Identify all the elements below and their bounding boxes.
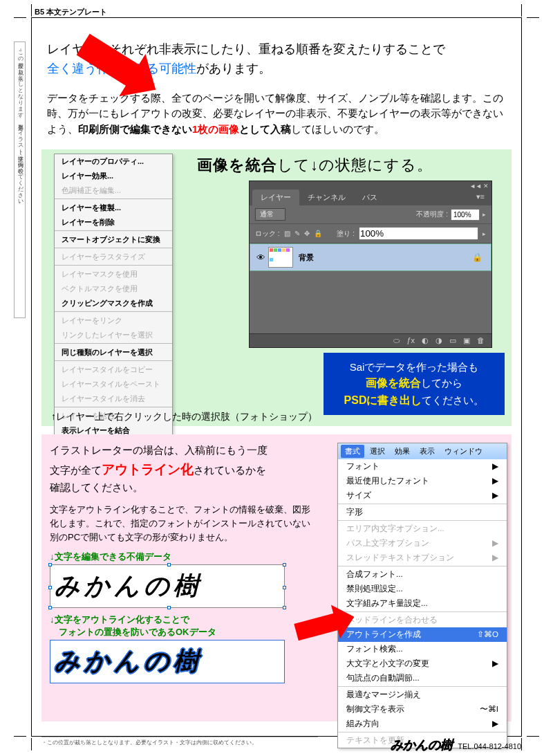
callout-line1: Saiでデータを作った場合も: [350, 361, 479, 373]
illustrator-section: イラストレーターの場合は、入稿前にもう一度 文字が全てアウトライン化されているか…: [41, 434, 512, 721]
menu-select-same-type[interactable]: 同じ種類のレイヤーを選択: [55, 345, 172, 360]
menubar-select[interactable]: 選択: [366, 445, 389, 458]
menu-mojikumi[interactable]: 文字組みアキ量設定...: [338, 596, 507, 611]
menubar-effect[interactable]: 効果: [391, 445, 414, 458]
footer-brand: みかんの樹 TEL.044-812-4810: [391, 737, 521, 753]
new-layer-icon[interactable]: ▣: [463, 336, 470, 345]
menu-layer-properties[interactable]: レイヤーのプロパティ...: [55, 154, 172, 169]
lock-move-icon[interactable]: ✥: [304, 230, 310, 237]
menu-duplicate-layer[interactable]: レイヤーを複製...: [55, 201, 172, 215]
photoshop-context-menu: レイヤーのプロパティ... レイヤー効果... 色調補正を編集... レイヤーを…: [54, 154, 173, 453]
menu-area-options: エリア内文字オプション...: [338, 522, 507, 536]
illustrator-menubar: 書式 選択 効果 表示 ウィンドウ: [338, 443, 507, 459]
opacity-input[interactable]: [451, 209, 480, 221]
visibility-eye-icon[interactable]: 👁: [253, 252, 268, 263]
menu-composite-font[interactable]: 合成フォント...: [338, 567, 507, 582]
fx-icon[interactable]: ƒx: [406, 336, 415, 345]
sai-callout: Saiでデータを作った場合も 画像を統合してから PSDに書き出してください。: [324, 353, 505, 416]
menu-kinsoku[interactable]: 禁則処理設定...: [338, 582, 507, 596]
pink-p1e: 確認してください。: [50, 482, 143, 493]
menu-create-outlines[interactable]: アウトラインを作成⇧⌘O: [338, 627, 507, 642]
menu-thread-options: スレッドテキストオプション▶: [338, 551, 507, 565]
tab-layers[interactable]: レイヤー: [252, 190, 299, 205]
menu-tone-edit: 色調補正を編集...: [55, 183, 172, 198]
chevron-down-icon[interactable]: ▸: [482, 230, 486, 237]
intro2-e: してほしいのです。: [291, 124, 384, 135]
menu-convert-smart-object[interactable]: スマートオブジェクトに変換: [55, 232, 172, 247]
illustrator-type-menu: 書式 選択 効果 表示 ウィンドウ フォント▶ 最近使用したフォント▶ サイズ▶…: [337, 443, 507, 748]
menu-optical-margin[interactable]: 最適なマージン揃え: [338, 688, 507, 702]
menubar-view[interactable]: 表示: [415, 445, 439, 458]
layer-thumbnail: [268, 247, 293, 268]
adjustment-icon[interactable]: ◑: [435, 336, 442, 345]
green-title: 画像を統合して↓の状態にする。: [197, 155, 433, 176]
menu-glyphs[interactable]: 字形: [338, 505, 507, 519]
photoshop-section: 画像を統合して↓の状態にする。 レイヤーのプロパティ... レイヤー効果... …: [41, 149, 512, 426]
sample-outlined-text: みかんの樹: [50, 640, 285, 683]
panel-menu-icon[interactable]: ▾≡: [472, 190, 489, 205]
trash-icon[interactable]: 🗑: [477, 336, 485, 345]
brand-logo-text: みかんの樹: [391, 738, 453, 752]
menu-copy-style: レイヤースタイルをコピー: [55, 362, 172, 377]
pink-p1b: 文字が全て: [50, 465, 102, 476]
intro2-b: 印刷所側で編集できない: [78, 124, 192, 135]
menu-link-layers: レイヤーをリンク: [55, 313, 172, 328]
menu-layer-effects[interactable]: レイヤー効果...: [55, 169, 172, 183]
fill-label: 塗り :: [337, 229, 355, 239]
menu-change-case[interactable]: 大文字と小文字の変更▶: [338, 656, 507, 671]
lock-brush-icon[interactable]: ✎: [294, 230, 300, 237]
menu-layer-mask: レイヤーマスクを使用: [55, 267, 172, 282]
pink-body: 文字をアウトライン化することで、フォントの情報を破棄、図形化します。これで、指定…: [50, 503, 318, 544]
menu-find-font[interactable]: フォント検索...: [338, 642, 507, 656]
sample-editable-text: みかんの樹: [50, 564, 285, 608]
menu-type-orientation[interactable]: 組み方向▶: [338, 717, 507, 731]
menu-rasterize: レイヤーをラスタライズ: [55, 250, 172, 264]
footer-telephone: TEL.044-812-4810: [458, 742, 521, 750]
menu-vector-mask: ベクトルマスクを使用: [55, 282, 172, 296]
folder-icon[interactable]: ▭: [449, 336, 456, 345]
blend-mode-dropdown[interactable]: 通常: [255, 208, 285, 221]
bleed-note-bottom: ・この位置が裁ち落としとなります。必要なイラスト・文字は内側に収めてください。: [41, 737, 318, 746]
menu-path-options: パス上文字オプション▶: [338, 536, 507, 551]
menu-clipping-mask[interactable]: クリッピングマスクを作成: [55, 296, 172, 311]
sample-text-outlined: みかんの樹: [55, 647, 203, 675]
caption-good-data-1: ↓文字をアウトライン化することで: [50, 614, 318, 626]
link-icon[interactable]: ⬭: [393, 336, 400, 345]
pink-p1a: イラストレーターの場合は、入稿前にもう一度: [50, 445, 268, 456]
lock-all-icon[interactable]: 🔒: [314, 230, 322, 237]
intro-text-c: があります。: [196, 62, 271, 75]
menu-fit-headline: ヘッドラインを合わせる: [338, 613, 507, 627]
menu-paste-style: レイヤースタイルをペースト: [55, 377, 172, 391]
lock-label: ロック :: [255, 229, 280, 239]
panel-close-icon[interactable]: ✕: [483, 183, 489, 188]
menu-show-hidden[interactable]: 制御文字を表示〜⌘I: [338, 702, 507, 717]
menu-recent-font[interactable]: 最近使用したフォント▶: [338, 474, 507, 488]
menu-smart-punctuation[interactable]: 句読点の自動調節...: [338, 671, 507, 685]
menubar-format[interactable]: 書式: [341, 445, 364, 458]
intro-paragraph: データをチェックする際、全てのページを開いて解像度、サイズ、ノンブル等を確認しま…: [41, 84, 512, 149]
pink-p1d: されているかを: [194, 465, 266, 476]
callout-line2-yellow: 画像を統合: [366, 377, 421, 389]
menu-size[interactable]: サイズ▶: [338, 488, 507, 503]
caption-good-data-2: フォントの置換を防いであるOKデータ: [50, 626, 318, 638]
opacity-label: 不透明度 :: [416, 210, 448, 219]
menu-clear-style: レイヤースタイルを消去: [55, 391, 172, 406]
sample-text: みかんの樹: [55, 572, 203, 600]
pink-p1c: アウトライン化: [102, 462, 194, 477]
page-content: レイヤーはそれぞれ非表示にしたり、重ねる順番を変えたりすることで 全く違う作品に…: [41, 31, 512, 721]
lock-pixels-icon[interactable]: ▧: [284, 230, 290, 237]
mask-icon[interactable]: ◐: [422, 336, 429, 345]
menu-font[interactable]: フォント▶: [338, 459, 507, 474]
menu-select-linked: リンクしたレイヤーを選択: [55, 328, 172, 342]
bleed-note-left: ・この位置が裁ち落としとなります。必要なイラスト・文字は内側に収めてください。: [14, 42, 26, 318]
menubar-window[interactable]: ウィンドウ: [440, 445, 487, 458]
menu-delete-layer[interactable]: レイヤーを削除: [55, 215, 172, 230]
lock-icon: 🔒: [472, 252, 482, 262]
green-caption: ↑レイヤー上で右クリックした時の選択肢（フォトショップ）: [51, 411, 317, 423]
panel-collapse-icon[interactable]: ◄◄: [469, 183, 482, 188]
caption-bad-data: ↓文字を編集できる不備データ: [50, 551, 318, 563]
callout-line2b: してから: [421, 377, 462, 389]
callout-line3-yellow: PSDに書き出し: [344, 394, 422, 406]
chevron-down-icon[interactable]: ▸: [482, 211, 486, 218]
panel-footer: ⬭ ƒx ◐ ◑ ▭ ▣ 🗑: [250, 333, 491, 347]
